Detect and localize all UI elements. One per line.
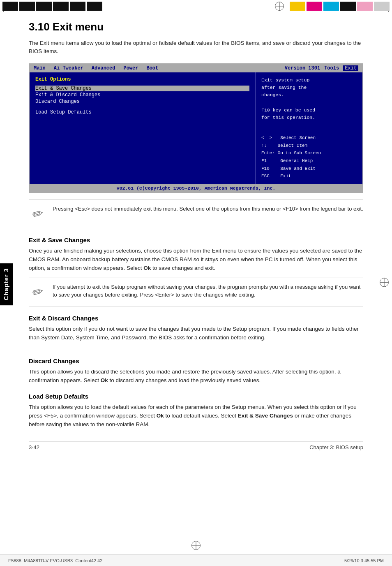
- color-block-dark3: [36, 2, 52, 11]
- bios-nav-advanced[interactable]: Advanced: [92, 65, 115, 71]
- bios-legend-item: ↑↓ Select Item: [261, 142, 357, 150]
- pencil-icon-1: ✏: [29, 205, 47, 223]
- bios-nav-exit[interactable]: Exit: [343, 65, 358, 71]
- bottom-bar: E5888_M4A88TD-V EVO-USB3_Content42 42 5/…: [0, 554, 392, 566]
- bios-nav-main[interactable]: Main: [34, 65, 46, 71]
- color-block-dark1: [2, 2, 18, 11]
- bios-nav-boot[interactable]: Boot: [146, 65, 158, 71]
- body-discard: This option allows you to discard the se…: [29, 368, 363, 385]
- page-num-right: Chapter 3: BIOS setup: [309, 444, 363, 450]
- section-intro: The Exit menu items allow you to load th…: [29, 39, 363, 56]
- color-block-yellow: [290, 2, 305, 11]
- bios-legend-help: F1 General Help: [261, 157, 357, 165]
- bios-legend-save: F10 Save and Exit: [261, 165, 357, 173]
- heading-exit-save: Exit & Save Changes: [29, 237, 363, 244]
- page-title: 3.10 Exit menu: [29, 21, 363, 33]
- pencil-icon-2: ✏: [29, 283, 47, 301]
- bios-left-panel: Exit Options Exit & Save Changes Exit & …: [30, 72, 256, 184]
- bios-body: Exit Options Exit & Save Changes Exit & …: [30, 72, 362, 184]
- heading-discard: Discard Changes: [29, 357, 363, 364]
- body-exit-save: Once you are finished making your select…: [29, 247, 363, 273]
- bios-spacer: [35, 105, 249, 109]
- page-num-left: 3-42: [29, 444, 39, 450]
- bios-section-label: Exit Options: [35, 77, 249, 82]
- note-box-1: ✏ Pressing <Esc> does not immediately ex…: [29, 199, 363, 228]
- bios-nav-left: Main Ai Tweaker Advanced Power Boot: [34, 65, 158, 71]
- bios-menu-item-discard[interactable]: Discard Changes: [35, 99, 249, 104]
- heading-exit-discard: Exit & Discard Changes: [29, 315, 363, 322]
- separator-1: [29, 349, 363, 349]
- note-box-2: ✏ If you attempt to exit the Setup progr…: [29, 278, 363, 306]
- bios-menu-item-exit-discard[interactable]: Exit & Discard Changes: [35, 92, 249, 98]
- note-text-2: If you attempt to exit the Setup program…: [53, 283, 363, 299]
- color-block-pink: [357, 2, 373, 11]
- bios-menu-item-load-defaults[interactable]: Load Setup Defaults: [35, 109, 249, 115]
- bios-version: Version 1301: [285, 65, 320, 71]
- bios-legend: <--> Select Screen ↑↓ Select Item Enter …: [261, 134, 357, 180]
- bios-nav-tools[interactable]: Tools: [324, 65, 339, 71]
- color-block-gray: [374, 2, 390, 11]
- bottom-left-text: E5888_M4A88TD-V EVO-USB3_Content42 42: [8, 558, 102, 563]
- main-content: 3.10 Exit menu The Exit menu items allow…: [29, 21, 363, 450]
- crosshair-bottom: [191, 541, 201, 551]
- body-exit-discard: Select this option only if you do not wa…: [29, 325, 363, 342]
- top-bar-left: [0, 0, 272, 12]
- note-text-1: Pressing <Esc> does not immediately exit…: [53, 205, 363, 213]
- bios-nav-ai-tweaker[interactable]: Ai Tweaker: [54, 65, 83, 71]
- crosshair-right: [380, 278, 389, 288]
- top-crosshair-container: [272, 0, 287, 12]
- color-block-dark4: [53, 2, 69, 11]
- bios-right-panel: Exit system setup after saving the chang…: [256, 72, 362, 184]
- bios-legend-esc: ESC Exit: [261, 172, 357, 180]
- top-bar-right: [287, 0, 392, 12]
- bios-nav-bar: Main Ai Tweaker Advanced Power Boot Vers…: [30, 64, 362, 72]
- color-block-magenta: [307, 2, 322, 11]
- body-load-defaults: This option allows you to load the defau…: [29, 403, 363, 429]
- bios-footer: v02.61 (C)Copyright 1985-2010, American …: [30, 184, 362, 192]
- heading-load-defaults: Load Setup Defaults: [29, 393, 363, 400]
- top-color-bar: [0, 0, 392, 12]
- color-block-black2: [340, 2, 356, 11]
- bios-legend-sub: Enter Go to Sub Screen: [261, 149, 357, 157]
- bios-nav-power[interactable]: Power: [123, 65, 138, 71]
- bios-nav-right: Version 1301 Tools Exit: [285, 65, 358, 71]
- crosshair-top: [275, 2, 284, 11]
- page-number-row: 3-42 Chapter 3: BIOS setup: [29, 441, 363, 450]
- color-block-dark5: [70, 2, 85, 11]
- bios-legend-screen: <--> Select Screen: [261, 134, 357, 142]
- bios-menu-item-exit-save[interactable]: Exit & Save Changes: [35, 86, 249, 91]
- color-block-cyan: [323, 2, 339, 11]
- bottom-right-text: 5/26/10 3:45:55 PM: [344, 558, 384, 563]
- chapter-sidebar: Chapter 3: [0, 263, 13, 305]
- bios-help-text: Exit system setup after saving the chang…: [261, 77, 357, 122]
- color-block-dark6: [87, 2, 102, 11]
- bios-screenshot: Main Ai Tweaker Advanced Power Boot Vers…: [29, 63, 363, 193]
- color-block-dark2: [19, 2, 35, 11]
